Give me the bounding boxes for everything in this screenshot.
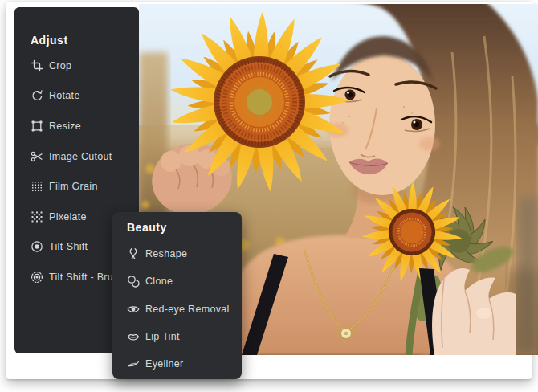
menu-item-eyeliner[interactable]: Eyeliner — [127, 350, 242, 378]
menu-item-reshape[interactable]: Reshape — [127, 240, 242, 267]
menu-item-label: Rotate — [49, 90, 80, 101]
red-eye-removal-icon — [127, 303, 140, 316]
image-cutout-icon — [31, 150, 43, 163]
adjust-panel-title: Adjust — [31, 33, 139, 47]
menu-item-label: Tilt Shift - Brus — [49, 272, 119, 283]
beauty-panel: Beauty Reshape Clone Red-eye Removal — [112, 212, 242, 379]
menu-item-red-eye-removal[interactable]: Red-eye Removal — [127, 296, 242, 323]
menu-item-label: Tilt-Shift — [49, 241, 88, 252]
beauty-panel-title: Beauty — [127, 220, 242, 235]
menu-item-label: Film Grain — [49, 181, 98, 192]
tilt-shift-brush-icon — [31, 271, 43, 284]
menu-item-label: Resize — [49, 120, 81, 132]
menu-item-rotate[interactable]: Rotate — [31, 81, 139, 112]
menu-item-lip-tint[interactable]: Lip Tint — [127, 323, 242, 350]
eyeliner-icon — [127, 357, 140, 370]
reshape-icon — [127, 247, 140, 260]
film-grain-icon — [31, 180, 43, 193]
menu-item-film-grain[interactable]: Film Grain — [31, 171, 139, 202]
menu-item-clone[interactable]: Clone — [127, 267, 242, 295]
pixelate-icon — [31, 210, 43, 223]
menu-item-label: Pixelate — [49, 211, 87, 223]
menu-item-image-cutout[interactable]: Image Cutout — [31, 141, 139, 172]
menu-item-label: Eyeliner — [145, 358, 184, 370]
clone-icon — [127, 275, 140, 288]
menu-item-label: Reshape — [145, 248, 187, 259]
crop-icon — [31, 59, 43, 72]
menu-item-label: Red-eye Removal — [145, 304, 230, 315]
lip-tint-icon — [127, 330, 140, 343]
menu-item-label: Crop — [49, 60, 71, 71]
resize-icon — [31, 120, 43, 133]
beauty-menu-list: Reshape Clone Red-eye Removal Lip Tint — [127, 240, 242, 378]
rotate-icon — [31, 89, 43, 102]
editor-canvas: Adjust Crop Rotate Resiz — [6, 2, 532, 379]
menu-item-label: Image Cutout — [49, 151, 112, 162]
menu-item-label: Lip Tint — [145, 331, 180, 342]
menu-item-crop[interactable]: Crop — [31, 51, 139, 81]
tilt-shift-icon — [31, 240, 43, 253]
menu-item-resize[interactable]: Resize — [31, 111, 139, 141]
menu-item-label: Clone — [145, 276, 173, 287]
